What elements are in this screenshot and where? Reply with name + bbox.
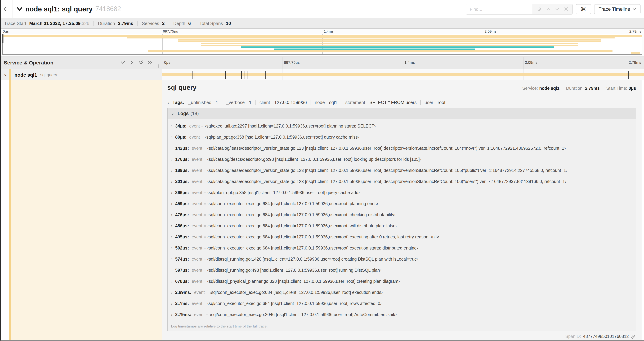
log-timestamp: 34μs: (175, 124, 186, 129)
span-detail-indent-fill (11, 80, 162, 340)
trace-title-group[interactable]: node sql1: sql query 7418682 (17, 5, 121, 13)
log-entry-row[interactable]: ›574μs:event=‹sql/distsql_running.go:142… (170, 254, 632, 265)
log-field-key: event (192, 223, 202, 228)
collapse-one-icon[interactable] (120, 60, 125, 65)
service-operation-header: Service & Operation (1, 57, 162, 69)
chevron-right-icon: › (171, 179, 172, 184)
log-timestamp: 486μs: (175, 223, 189, 228)
trace-minimap: 0μs697.75μs1.4ms2.09ms2.79ms (1, 29, 644, 57)
expand-one-icon[interactable] (130, 60, 134, 65)
tag-key: _verbose (226, 100, 244, 105)
log-field-value: ‹sql/conn_executor_exec.go:684 [nsql1,cl… (207, 223, 397, 228)
log-entry-row[interactable]: ›597μs:event=‹sql/distsql_running.go:498… (170, 265, 632, 276)
log-marker-tick (225, 71, 226, 79)
log-entry-row[interactable]: ›2.69ms:event=‹sql/conn_executor_exec.go… (170, 287, 632, 298)
log-entry-row[interactable]: ›2.7ms:event=‹sql/conn_executor_exec.go:… (170, 298, 632, 309)
span-row-name-cell[interactable]: ∨ node sql1 sql query (1, 69, 162, 80)
minimap-viewport-handle[interactable] (2, 34, 4, 43)
next-match-icon[interactable] (555, 7, 559, 11)
tag-item[interactable]: node=sql1 (315, 100, 337, 105)
tag-item[interactable]: user=root (424, 100, 445, 105)
log-field-key: event (192, 157, 202, 162)
log-entry-row[interactable]: ›459μs:event=‹sql/conn_executor_exec.go:… (170, 198, 632, 209)
chevron-down-icon[interactable]: ∨ (4, 72, 7, 77)
log-timestamp: 176μs: (175, 157, 189, 162)
log-field-value: ‹sql/conn_executor_exec.go:684 [nsql1,cl… (207, 301, 382, 306)
chevron-right-icon: › (171, 201, 172, 206)
tag-item[interactable]: client=127.0.0.1:59936 (260, 100, 307, 105)
minimap-span-bar (274, 48, 476, 50)
log-equals: = (201, 135, 204, 139)
log-field-value: ‹sql/conn_executor_exec.go:684 [nsql1,cl… (210, 290, 382, 295)
log-equals: = (206, 290, 208, 294)
summary-item-label: Services (142, 21, 160, 26)
chevron-right-icon: › (171, 312, 172, 317)
back-button[interactable] (1, 0, 12, 18)
log-entry-row[interactable]: ›495μs:event=‹sql/conn_executor_exec.go:… (170, 231, 632, 243)
log-timestamp: 366μs: (175, 190, 189, 195)
chevron-right-icon: › (171, 223, 172, 228)
log-entry-row[interactable]: ›366μs:event=‹sql/plan_opt.go:358 [nsql1… (170, 187, 632, 198)
minimap-canvas[interactable] (2, 34, 642, 55)
minimap-span-bar (127, 37, 614, 39)
tag-item[interactable]: _verbose=1 (226, 100, 251, 105)
log-marker-tick (176, 71, 176, 79)
service-value: node sql1 (539, 86, 560, 91)
locate-icon[interactable] (537, 7, 541, 11)
log-field-key: event (192, 146, 202, 151)
log-entry-row[interactable]: ›189μs:event=‹sql/catalog/lease/descript… (170, 165, 632, 176)
timeline-gridline (524, 57, 524, 69)
chevron-right-icon: › (171, 279, 172, 284)
logs-header[interactable]: ∨ Logs (18) (168, 108, 636, 119)
log-entry-row[interactable]: ›502μs:event=‹sql/conn_executor_exec.go:… (170, 243, 632, 254)
tick-label: 1.4ms (404, 60, 415, 65)
log-equals: = (204, 157, 206, 161)
log-entry-row[interactable]: ›34μs:event=‹sql/exec_util.go:2297 [nsql… (170, 121, 632, 132)
span-row-timeline-cell[interactable] (162, 69, 644, 80)
tag-value: SELECT * FROM users (370, 100, 417, 105)
find-input[interactable] (466, 4, 532, 14)
log-entry-row[interactable]: ›201μs:event=‹sql/catalog/lease/descript… (170, 176, 632, 187)
prev-match-icon[interactable] (546, 7, 550, 11)
log-entry-row[interactable]: ›176μs:event=‹sql/catalog/descs/descript… (170, 154, 632, 165)
trace-view-selector[interactable]: Trace Timeline (594, 4, 640, 14)
log-entry-row[interactable]: ›476μs:event=‹sql/conn_executor_exec.go:… (170, 209, 632, 220)
log-entry-row[interactable]: ›678μs:event=‹sql/distsql_physical_plann… (170, 276, 632, 287)
span-service-name: node sql1 (14, 72, 37, 78)
log-equals: = (206, 312, 208, 317)
collapse-all-icon[interactable] (138, 60, 143, 65)
column-resizer-grip[interactable] (158, 65, 160, 68)
tag-key: client (260, 100, 270, 105)
tag-item[interactable]: _unfinished=1 (188, 100, 218, 105)
log-entry-row[interactable]: ›486μs:event=‹sql/conn_executor_exec.go:… (170, 220, 632, 231)
log-field-value: ‹sql/conn_executor_exec.go:684 [nsql1,cl… (207, 246, 418, 250)
meta-divider (603, 86, 603, 91)
chevron-down-icon (17, 7, 22, 11)
span-operation-name: sql query (40, 72, 57, 77)
tag-value: 1 (216, 100, 218, 105)
log-marker-tick (168, 71, 168, 79)
summary-item-label: Depth (173, 21, 186, 26)
log-marker-tick (241, 71, 242, 79)
clear-search-icon[interactable] (564, 7, 568, 11)
top-controls: ⌘ Trace Timeline (466, 4, 640, 14)
log-timestamp: 502μs: (175, 246, 189, 250)
summary-item: Depth 6 (173, 21, 191, 26)
log-field-value: ‹sql/catalog/lease/descriptor_version_st… (207, 168, 567, 173)
tag-item[interactable]: statement=SELECT * FROM users (345, 100, 417, 105)
log-entry-row[interactable]: ›142μs:event=‹sql/catalog/lease/descript… (170, 143, 632, 154)
tags-row[interactable]: › Tags: _unfinished=1_verbose=1client=12… (167, 97, 636, 108)
log-entry-row[interactable]: ›80μs:event=‹sql/plan_opt.go:358 [nsql1,… (170, 132, 632, 143)
log-equals: = (204, 180, 206, 184)
summary-item-label: Total Spans (200, 21, 224, 26)
tick-label: 1.4ms (324, 29, 334, 33)
log-entry-row[interactable]: ›2.79ms:event=‹sql/conn_executor_exec.go… (170, 309, 632, 320)
keyboard-shortcuts-button[interactable]: ⌘ (576, 4, 591, 14)
span-duration-bar[interactable] (162, 73, 644, 76)
expand-all-icon[interactable] (148, 60, 153, 65)
log-timestamp: 142μs: (175, 146, 189, 151)
summary-item-suffix: .326 (80, 21, 89, 26)
link-icon[interactable] (631, 334, 635, 339)
summary-item-label: Duration (98, 21, 116, 26)
log-marker-tick (627, 71, 627, 79)
